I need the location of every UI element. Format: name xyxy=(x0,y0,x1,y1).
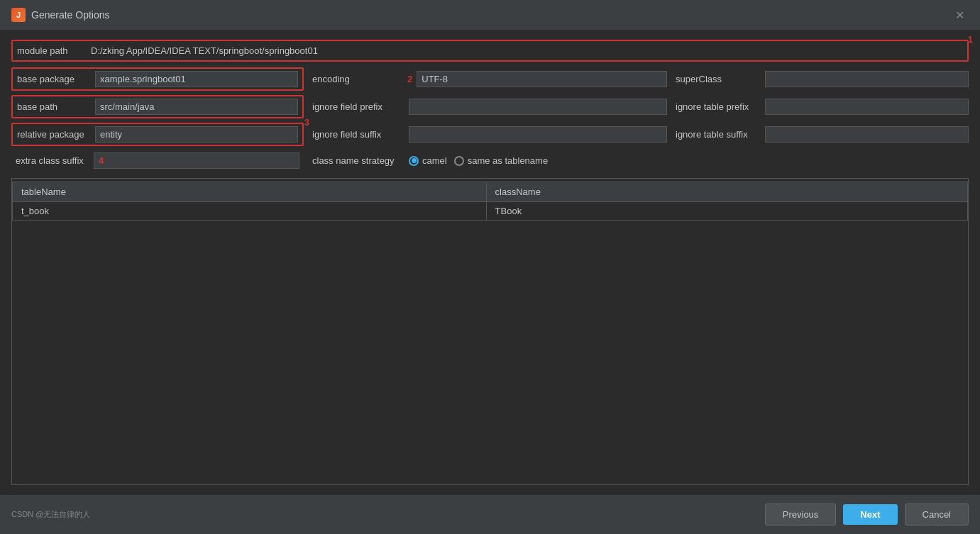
form-rows: base package encoding 2 superClass base … xyxy=(11,67,969,171)
relative-package-label: relative package xyxy=(17,129,95,140)
table-body: t_bookTBook xyxy=(13,202,968,221)
encoding-label-wrapper: encoding 2 xyxy=(312,74,412,84)
module-path-row: module path 1 xyxy=(11,40,969,62)
base-package-input[interactable] xyxy=(95,71,298,87)
badge-2: 2 xyxy=(407,74,412,84)
ignore-table-suffix-group: ignore table suffix xyxy=(676,126,969,143)
base-path-label: base path xyxy=(17,101,95,112)
table-container: tableName className t_bookTBook xyxy=(11,178,969,485)
ignore-table-prefix-label: ignore table prefix xyxy=(676,101,761,112)
ignore-table-suffix-label: ignore table suffix xyxy=(676,129,761,140)
module-path-label: module path xyxy=(17,45,88,56)
ignore-table-prefix-input[interactable] xyxy=(765,99,969,115)
cell-class-name: TBook xyxy=(486,202,967,221)
radio-tablename[interactable]: same as tablename xyxy=(454,155,548,166)
encoding-input[interactable] xyxy=(417,71,667,87)
ignore-field-prefix-label: ignore field prefix xyxy=(312,101,404,112)
super-class-input[interactable] xyxy=(765,71,969,87)
ignore-field-prefix-input[interactable] xyxy=(409,99,667,115)
bottom-bar: CSDN @无法自律的人 Previous Next Cancel xyxy=(0,495,980,534)
data-table: tableName className t_bookTBook xyxy=(12,182,968,221)
cell-table-name: t_book xyxy=(13,202,487,221)
form-row-3: 3 relative package ignore field suffix i… xyxy=(11,123,969,146)
base-package-label: base package xyxy=(17,74,95,84)
title-bar-left: J Generate Options xyxy=(11,8,110,22)
badge-1: 1 xyxy=(968,34,973,45)
table-header-row: tableName className xyxy=(13,182,968,202)
base-path-group: base path xyxy=(11,95,304,118)
module-path-inner: module path xyxy=(17,44,963,57)
class-name-strategy-label: class name strategy xyxy=(312,155,404,166)
ignore-field-suffix-label: ignore field suffix xyxy=(312,129,404,140)
window-title: Generate Options xyxy=(31,9,110,21)
dialog-body: module path 1 base package encoding 2 su… xyxy=(0,30,980,495)
radio-tablename-circle[interactable] xyxy=(454,156,464,166)
app-icon: J xyxy=(11,8,26,22)
radio-camel-label: camel xyxy=(422,155,447,166)
super-class-group: superClass xyxy=(676,71,969,87)
close-button[interactable]: ✕ xyxy=(951,7,969,23)
base-package-group: base package xyxy=(11,67,304,91)
form-row-1: base package encoding 2 superClass xyxy=(11,67,969,91)
super-class-label: superClass xyxy=(676,74,761,84)
col-class-name: className xyxy=(486,182,967,202)
cancel-button[interactable]: Cancel xyxy=(905,504,969,525)
radio-camel[interactable]: camel xyxy=(409,155,447,166)
ignore-field-suffix-group: ignore field suffix xyxy=(312,126,667,143)
badge-3: 3 xyxy=(304,117,309,128)
module-path-input[interactable] xyxy=(88,44,963,57)
title-bar: J Generate Options ✕ xyxy=(0,0,980,30)
radio-camel-circle[interactable] xyxy=(409,156,419,166)
extra-class-suffix-input[interactable] xyxy=(94,152,299,169)
encoding-label: encoding xyxy=(312,74,404,84)
class-name-strategy-group: class name strategy camel same as tablen… xyxy=(312,155,667,166)
radio-tablename-label: same as tablename xyxy=(468,155,548,166)
ignore-field-prefix-group: ignore field prefix xyxy=(312,99,667,115)
extra-class-suffix-group: extra class suffix xyxy=(11,150,304,171)
extra-class-suffix-label: extra class suffix xyxy=(16,155,94,166)
col-table-name: tableName xyxy=(13,182,487,202)
watermark: CSDN @无法自律的人 xyxy=(11,509,90,520)
ignore-table-suffix-input[interactable] xyxy=(765,126,969,143)
previous-button[interactable]: Previous xyxy=(765,504,837,525)
relative-package-input[interactable] xyxy=(95,126,298,143)
form-row-2: base path ignore field prefix ignore tab… xyxy=(11,95,969,118)
ignore-table-prefix-group: ignore table prefix xyxy=(676,99,969,115)
relative-package-group: 3 relative package xyxy=(11,123,304,146)
table-row: t_bookTBook xyxy=(13,202,968,221)
ignore-field-suffix-input[interactable] xyxy=(409,126,667,143)
base-path-input[interactable] xyxy=(95,99,298,115)
next-button[interactable]: Next xyxy=(843,504,897,525)
form-row-4: extra class suffix class name strategy c… xyxy=(11,150,969,171)
strategy-row: camel same as tablename xyxy=(409,155,548,166)
encoding-group: encoding 2 xyxy=(312,71,667,87)
